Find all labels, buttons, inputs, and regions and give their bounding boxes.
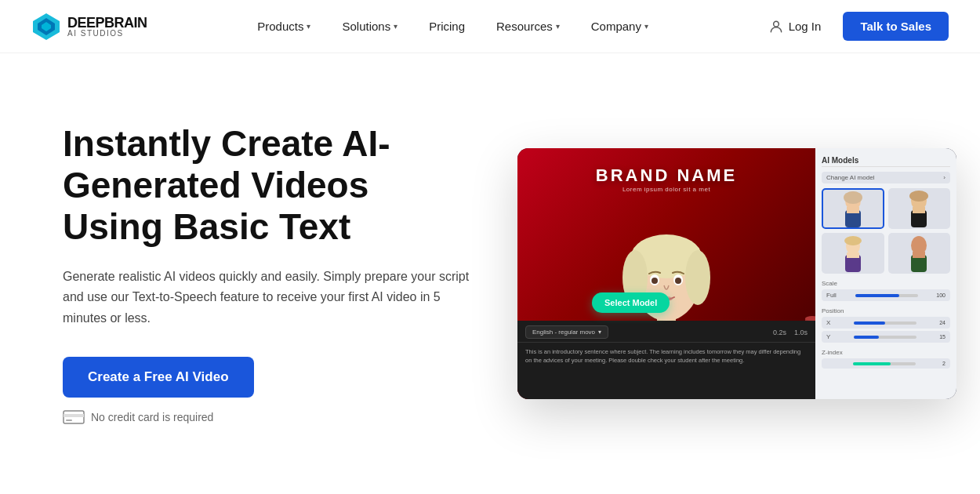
model-grid bbox=[822, 188, 950, 274]
time-display: 0.2s 1.0s bbox=[773, 329, 808, 336]
scale-row: Full 100 bbox=[822, 289, 950, 301]
mockup-video-area: BRAND NAME Lorem ipsum dolor sit a met bbox=[517, 148, 815, 399]
logo-icon bbox=[31, 12, 61, 42]
panel-title: AI Models bbox=[822, 154, 950, 167]
brand-name-text: BRAND NAME bbox=[596, 165, 737, 186]
svg-point-13 bbox=[685, 250, 710, 305]
user-icon bbox=[768, 19, 784, 35]
svg-point-17 bbox=[675, 278, 681, 284]
position-y-row: Y 15 bbox=[822, 331, 950, 343]
talk-to-sales-button[interactable]: Talk to Sales bbox=[843, 12, 949, 41]
hero-image: BRAND NAME Lorem ipsum dolor sit a met bbox=[517, 148, 956, 399]
model-card-4[interactable] bbox=[888, 233, 951, 274]
hero-title: Instantly Create AI-Generated Videos Usi… bbox=[63, 123, 470, 248]
logo-text: DEEPBRAIN AI STUDIOS bbox=[67, 16, 147, 38]
chevron-down-icon: ▾ bbox=[394, 22, 397, 31]
create-free-video-button[interactable]: Create a Free AI Video bbox=[63, 357, 254, 398]
nav-products[interactable]: Products ▾ bbox=[243, 13, 325, 39]
chevron-down-icon: ▾ bbox=[556, 22, 560, 31]
svg-rect-38 bbox=[847, 252, 859, 258]
svg-rect-5 bbox=[64, 414, 84, 417]
navbar: DEEPBRAIN AI STUDIOS Products ▾ Solution… bbox=[0, 0, 980, 53]
svg-point-16 bbox=[652, 278, 658, 284]
mockup-controls: English - regular movo ▾ 0.2s 1.0s This … bbox=[517, 321, 815, 399]
logo[interactable]: DEEPBRAIN AI STUDIOS bbox=[31, 12, 147, 42]
logo-brand: DEEPBRAIN bbox=[67, 16, 147, 30]
nav-solutions[interactable]: Solutions ▾ bbox=[328, 13, 412, 39]
scale-section: Scale Full 100 bbox=[822, 280, 950, 301]
nav-company[interactable]: Company ▾ bbox=[577, 13, 662, 39]
zindex-row: 2 bbox=[822, 358, 950, 369]
svg-point-28 bbox=[844, 191, 862, 204]
brand-sub-text: Lorem ipsum dolor sit a met bbox=[596, 186, 737, 193]
zindex-slider[interactable] bbox=[853, 362, 916, 365]
svg-point-36 bbox=[844, 236, 862, 245]
select-model-button[interactable]: Select Model bbox=[592, 292, 670, 313]
nav-resources[interactable]: Resources ▾ bbox=[482, 13, 574, 39]
svg-rect-34 bbox=[913, 207, 925, 213]
logo-sub: AI STUDIOS bbox=[67, 30, 147, 38]
main-content: Instantly Create AI-Generated Videos Usi… bbox=[0, 53, 980, 494]
position-x-slider[interactable] bbox=[854, 321, 916, 325]
svg-point-3 bbox=[773, 21, 779, 27]
change-model-bar[interactable]: Change AI model › bbox=[822, 172, 950, 183]
svg-rect-30 bbox=[847, 207, 859, 213]
model-card-3[interactable] bbox=[822, 233, 884, 274]
nav-pricing[interactable]: Pricing bbox=[415, 13, 479, 39]
hero-section: Instantly Create AI-Generated Videos Usi… bbox=[63, 123, 470, 424]
hero-description: Generate realistic AI videos quickly and… bbox=[63, 267, 470, 329]
svg-rect-6 bbox=[66, 420, 72, 421]
model-card-1[interactable] bbox=[822, 188, 884, 229]
script-text[interactable]: This is an introductory sentence where s… bbox=[517, 343, 815, 370]
product-mockup: BRAND NAME Lorem ipsum dolor sit a met bbox=[517, 148, 956, 399]
no-credit-card-notice: No credit card is required bbox=[63, 410, 470, 424]
nav-links: Products ▾ Solutions ▾ Pricing Resources… bbox=[243, 13, 662, 39]
nav-right: Log In Talk to Sales bbox=[759, 12, 949, 41]
chevron-down-icon: ▾ bbox=[307, 22, 310, 31]
model-card-2[interactable] bbox=[888, 188, 951, 229]
position-section: Position X 24 Y 15 bbox=[822, 307, 950, 343]
position-y-slider[interactable] bbox=[854, 336, 916, 339]
language-select[interactable]: English - regular movo ▾ bbox=[525, 325, 608, 339]
credit-card-icon bbox=[63, 410, 85, 424]
svg-point-32 bbox=[909, 191, 928, 202]
brand-overlay: BRAND NAME Lorem ipsum dolor sit a met bbox=[596, 165, 737, 193]
svg-rect-41 bbox=[913, 252, 925, 258]
position-x-row: X 24 bbox=[822, 317, 950, 329]
zindex-section: Z-index 2 bbox=[822, 349, 950, 369]
ai-models-panel: AI Models Change AI model › bbox=[815, 148, 956, 399]
scale-slider[interactable] bbox=[855, 294, 918, 297]
chevron-down-icon: ▾ bbox=[644, 22, 648, 31]
login-button[interactable]: Log In bbox=[759, 13, 831, 41]
